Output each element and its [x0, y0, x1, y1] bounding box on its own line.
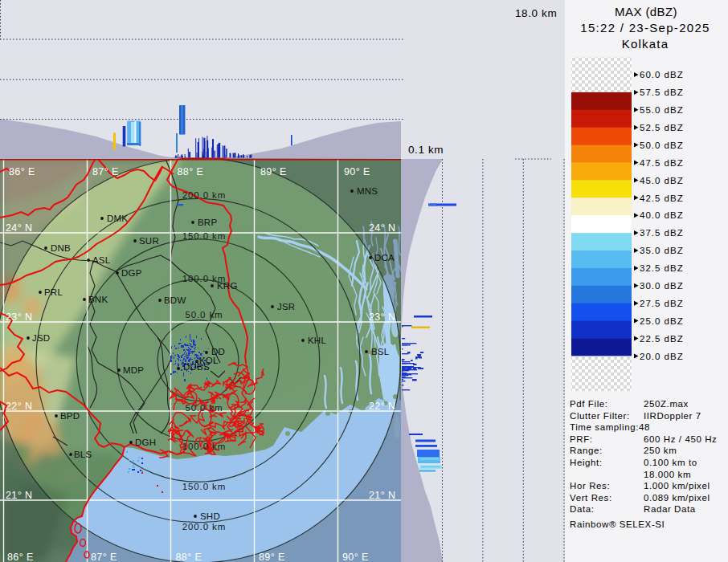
- svg-text:40.0 dBZ: 40.0 dBZ: [640, 210, 684, 220]
- svg-text:600 Hz / 450 Hz: 600 Hz / 450 Hz: [644, 434, 717, 444]
- svg-text:ASL: ASL: [92, 255, 111, 265]
- svg-text:87° E: 87° E: [91, 552, 117, 562]
- svg-text:Clutter Filter:: Clutter Filter:: [570, 411, 630, 421]
- svg-text:SHD: SHD: [200, 511, 220, 521]
- svg-text:KRG: KRG: [217, 281, 238, 291]
- svg-text:150.0 km: 150.0 km: [182, 231, 227, 241]
- svg-text:JSD: JSD: [32, 333, 50, 343]
- svg-text:200.0 km: 200.0 km: [182, 522, 227, 531]
- svg-text:JSR: JSR: [277, 302, 295, 312]
- svg-text:MAX (dBZ): MAX (dBZ): [615, 5, 677, 18]
- svg-text:Radar Data: Radar Data: [644, 504, 696, 514]
- svg-text:DCA: DCA: [374, 253, 395, 263]
- svg-text:87° E: 87° E: [92, 166, 119, 177]
- svg-text:Height:: Height:: [570, 458, 603, 467]
- svg-text:57.5 dBZ: 57.5 dBZ: [640, 88, 684, 97]
- svg-text:MDP: MDP: [123, 365, 144, 375]
- svg-text:50.0 km: 50.0 km: [185, 403, 223, 413]
- svg-text:18.000 km: 18.000 km: [644, 470, 691, 479]
- svg-text:60.0 dBZ: 60.0 dBZ: [640, 70, 684, 79]
- svg-text:23° N: 23° N: [6, 312, 32, 323]
- svg-text:Hor Res:: Hor Res:: [570, 481, 610, 491]
- svg-text:89° E: 89° E: [260, 166, 287, 177]
- svg-text:PRL: PRL: [44, 287, 63, 297]
- svg-text:BPD: BPD: [60, 411, 80, 421]
- svg-text:24° N: 24° N: [369, 222, 395, 234]
- svg-text:50.0 km: 50.0 km: [185, 310, 223, 320]
- svg-text:45.0 dBZ: 45.0 dBZ: [640, 176, 684, 185]
- svg-text:90° E: 90° E: [344, 166, 370, 177]
- svg-text:27.5 dBZ: 27.5 dBZ: [640, 299, 684, 308]
- svg-text:88° E: 88° E: [178, 166, 204, 177]
- svg-text:PRF:: PRF:: [570, 434, 593, 444]
- svg-text:MNS: MNS: [357, 186, 378, 196]
- svg-text:DGP: DGP: [121, 268, 142, 278]
- svg-text:86° E: 86° E: [7, 552, 34, 562]
- svg-text:BNK: BNK: [88, 295, 108, 304]
- svg-text:IIRDoppler 7: IIRDoppler 7: [644, 411, 701, 421]
- svg-text:SUR: SUR: [139, 236, 159, 246]
- svg-text:0.089 km/pixel: 0.089 km/pixel: [644, 493, 710, 503]
- svg-text:DDBS: DDBS: [183, 362, 210, 372]
- svg-text:Time sampling:48: Time sampling:48: [570, 422, 650, 432]
- svg-text:47.5 dBZ: 47.5 dBZ: [640, 158, 684, 168]
- svg-text:Range:: Range:: [570, 446, 603, 455]
- svg-text:Pdf File:: Pdf File:: [570, 399, 608, 409]
- svg-text:21° N: 21° N: [6, 490, 32, 501]
- svg-text:21° N: 21° N: [369, 490, 395, 501]
- svg-text:24° N: 24° N: [6, 222, 32, 234]
- svg-text:0.100 km to: 0.100 km to: [644, 458, 697, 467]
- svg-text:88° E: 88° E: [176, 552, 202, 562]
- svg-text:35.0 dBZ: 35.0 dBZ: [640, 246, 684, 255]
- svg-text:22.5 dBZ: 22.5 dBZ: [640, 334, 684, 344]
- svg-text:0.1 km: 0.1 km: [408, 144, 444, 156]
- svg-text:15:22 / 23-Sep-2025: 15:22 / 23-Sep-2025: [580, 21, 710, 35]
- svg-text:37.5 dBZ: 37.5 dBZ: [640, 228, 684, 238]
- svg-text:23° N: 23° N: [369, 312, 395, 323]
- svg-text:90° E: 90° E: [342, 552, 369, 562]
- svg-text:20.0 dBZ: 20.0 dBZ: [640, 352, 684, 361]
- svg-text:89° E: 89° E: [259, 552, 285, 562]
- svg-text:42.5 dBZ: 42.5 dBZ: [640, 193, 684, 203]
- svg-text:1.000 km/pixel: 1.000 km/pixel: [644, 481, 710, 491]
- svg-text:BRP: BRP: [198, 218, 217, 227]
- svg-text:86° E: 86° E: [9, 166, 35, 177]
- svg-text:32.5 dBZ: 32.5 dBZ: [640, 263, 684, 273]
- svg-text:100.0 km: 100.0 km: [182, 442, 227, 451]
- svg-text:Data:: Data:: [570, 504, 595, 514]
- svg-text:25.0 dBZ: 25.0 dBZ: [640, 316, 684, 326]
- svg-text:18.0 km: 18.0 km: [515, 7, 557, 19]
- svg-text:Vert Res:: Vert Res:: [570, 493, 612, 503]
- svg-text:Rainbow® SELEX-SI: Rainbow® SELEX-SI: [570, 519, 665, 529]
- svg-text:22° N: 22° N: [6, 401, 32, 412]
- svg-text:150.0 km: 150.0 km: [182, 482, 227, 491]
- svg-text:50.0 dBZ: 50.0 dBZ: [640, 140, 684, 150]
- svg-text:250 km: 250 km: [644, 446, 677, 455]
- svg-text:200.0 km: 200.0 km: [182, 190, 227, 200]
- svg-text:DMK: DMK: [107, 214, 128, 223]
- svg-text:BSL: BSL: [371, 347, 390, 356]
- svg-text:Kolkata: Kolkata: [622, 37, 669, 51]
- svg-text:BDW: BDW: [164, 295, 186, 305]
- svg-text:BLS: BLS: [74, 450, 92, 459]
- svg-text:22° N: 22° N: [369, 401, 395, 412]
- svg-text:DGH: DGH: [135, 438, 156, 447]
- svg-text:52.5 dBZ: 52.5 dBZ: [640, 123, 684, 132]
- svg-text:250Z.max: 250Z.max: [644, 399, 689, 409]
- svg-text:KHL: KHL: [308, 336, 326, 345]
- svg-text:DNB: DNB: [51, 243, 71, 253]
- svg-text:30.0 dBZ: 30.0 dBZ: [640, 281, 684, 291]
- svg-text:55.0 dBZ: 55.0 dBZ: [640, 105, 684, 115]
